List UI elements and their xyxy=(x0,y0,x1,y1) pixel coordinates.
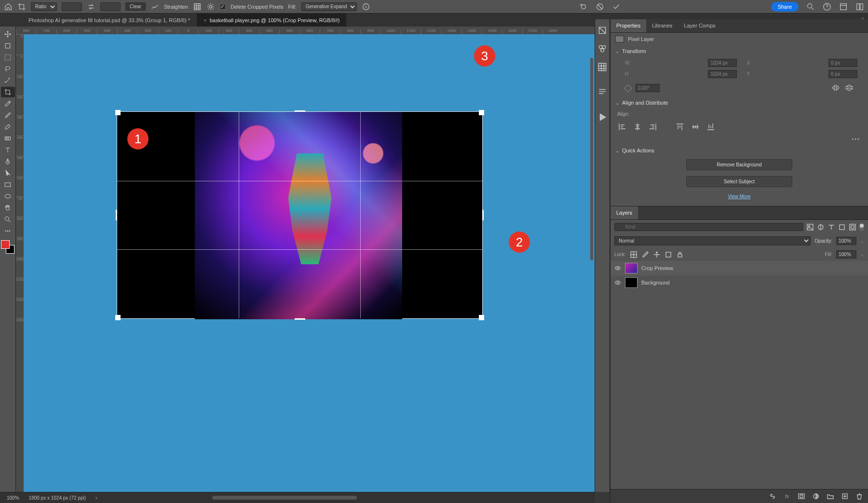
status-chevron-icon[interactable]: › xyxy=(95,495,97,501)
straighten-icon[interactable] xyxy=(150,2,159,11)
vertical-scrollbar[interactable] xyxy=(590,58,593,260)
home-icon[interactable] xyxy=(4,2,13,11)
foreground-color[interactable] xyxy=(1,240,10,249)
crop-settings-icon[interactable] xyxy=(206,2,215,11)
opacity-input[interactable] xyxy=(836,237,856,245)
tab-layer-comps[interactable]: Layer Comps xyxy=(678,19,721,32)
help-icon[interactable] xyxy=(823,2,831,11)
align-left-icon[interactable] xyxy=(617,122,627,131)
align-right-icon[interactable] xyxy=(648,122,658,131)
reset-crop-icon[interactable] xyxy=(579,2,588,11)
search-icon[interactable] xyxy=(806,2,815,11)
y-input[interactable] xyxy=(828,70,857,78)
blend-mode-select[interactable]: Normal xyxy=(614,236,811,245)
tab-libraries[interactable]: Libraries xyxy=(646,19,678,32)
info-icon[interactable] xyxy=(362,2,370,11)
crop-handle-l[interactable] xyxy=(116,210,117,220)
transform-section-header[interactable]: Transform xyxy=(610,45,868,57)
layer-fx-icon[interactable]: fx xyxy=(783,492,791,500)
layer-thumbnail[interactable] xyxy=(625,277,637,288)
crop-tool[interactable] xyxy=(1,87,15,97)
angle-input[interactable] xyxy=(636,84,660,92)
align-bottom-icon[interactable] xyxy=(706,122,716,131)
workspace-icon[interactable] xyxy=(839,2,848,11)
layer-mask-icon[interactable] xyxy=(798,492,805,500)
flip-h-icon[interactable] xyxy=(831,84,840,92)
layer-thumbnail[interactable] xyxy=(625,263,637,273)
delete-layer-icon[interactable] xyxy=(855,492,863,500)
overlay-grid-icon[interactable] xyxy=(193,2,202,11)
gradients-panel-icon[interactable] xyxy=(597,62,608,72)
document-tab[interactable]: Photoshop AI generative fill tutorial.ps… xyxy=(22,14,197,27)
ratio-preset-select[interactable]: Ratio xyxy=(31,2,57,11)
select-subject-button[interactable]: Select Subject xyxy=(686,176,792,187)
layer-name[interactable]: Crop Preview xyxy=(641,265,673,271)
adjustment-layer-icon[interactable] xyxy=(812,492,820,500)
align-top-icon[interactable] xyxy=(675,122,685,131)
zoom-level[interactable]: 100% xyxy=(7,495,19,501)
filter-image-icon[interactable] xyxy=(806,223,814,231)
group-icon[interactable] xyxy=(827,492,834,500)
align-hcenter-icon[interactable] xyxy=(633,122,642,131)
close-icon[interactable]: × xyxy=(203,17,206,23)
crop-handle-tl[interactable] xyxy=(115,110,121,115)
crop-handle-t[interactable] xyxy=(295,110,305,112)
brush-tool[interactable] xyxy=(1,110,15,121)
lock-brush-icon[interactable] xyxy=(641,251,649,258)
crop-handle-tr[interactable] xyxy=(479,110,484,115)
document-dimensions[interactable]: 1800 px x 1024 px (72 ppi) xyxy=(29,495,86,501)
lock-all-icon[interactable] xyxy=(676,251,684,258)
tab-properties[interactable]: Properties xyxy=(610,19,646,32)
more-options-icon[interactable]: ••• xyxy=(610,136,868,145)
lock-artboard-icon[interactable] xyxy=(665,251,672,258)
filter-type-icon[interactable] xyxy=(827,223,835,231)
filter-adjust-icon[interactable] xyxy=(817,223,825,231)
path-select-tool[interactable] xyxy=(1,168,15,178)
lock-pixels-icon[interactable] xyxy=(630,251,637,258)
crop-handle-bl[interactable] xyxy=(115,315,121,320)
color-panel-icon[interactable] xyxy=(597,25,608,36)
pen-tool[interactable] xyxy=(1,156,15,167)
clear-button[interactable]: Clear xyxy=(125,2,146,11)
height-input[interactable] xyxy=(708,70,737,78)
filter-shape-icon[interactable] xyxy=(838,223,846,231)
visibility-icon[interactable] xyxy=(614,265,621,272)
fill-opacity-input[interactable] xyxy=(836,250,856,258)
share-button[interactable]: Share xyxy=(771,2,799,12)
lasso-tool[interactable] xyxy=(1,64,15,74)
delete-cropped-checkbox[interactable] xyxy=(220,4,226,10)
swatches-panel-icon[interactable] xyxy=(597,43,608,54)
eraser-tool[interactable] xyxy=(1,122,15,132)
tab-layers[interactable]: Layers xyxy=(610,206,638,219)
crop-bounding-box[interactable] xyxy=(117,111,483,319)
width-input[interactable] xyxy=(708,59,737,67)
layer-row[interactable]: Crop Preview xyxy=(610,261,868,275)
layer-filter-input[interactable] xyxy=(614,223,803,231)
move-tool[interactable] xyxy=(1,29,15,40)
wand-tool[interactable] xyxy=(1,75,15,86)
gradient-tool[interactable] xyxy=(1,133,15,144)
ellipse-tool[interactable] xyxy=(1,191,15,202)
align-vcenter-icon[interactable] xyxy=(691,122,700,131)
commit-crop-icon[interactable] xyxy=(612,2,621,11)
rectangle-tool[interactable] xyxy=(1,179,15,190)
fill-select[interactable]: Generative Expand xyxy=(301,2,357,11)
crop-handle-br[interactable] xyxy=(479,315,484,320)
new-layer-icon[interactable] xyxy=(841,492,849,500)
crop-handle-b[interactable] xyxy=(295,318,305,320)
view-more-link[interactable]: View More xyxy=(610,194,868,199)
type-tool[interactable] xyxy=(1,145,15,155)
quick-actions-header[interactable]: Quick Actions xyxy=(610,145,868,156)
cancel-crop-icon[interactable] xyxy=(596,2,604,11)
more-tools[interactable] xyxy=(1,226,15,236)
layer-row[interactable]: Background xyxy=(610,275,868,290)
filter-toggle[interactable] xyxy=(859,223,864,231)
horizontal-scrollbar[interactable] xyxy=(212,496,357,500)
filter-smart-icon[interactable] xyxy=(849,223,856,231)
crop-height-input[interactable] xyxy=(100,2,121,11)
flip-v-icon[interactable] xyxy=(845,84,854,92)
crop-tool-icon[interactable] xyxy=(17,2,26,11)
link-layers-icon[interactable] xyxy=(769,492,776,500)
actions-panel-icon[interactable] xyxy=(597,112,608,122)
layer-name[interactable]: Background xyxy=(641,280,670,285)
